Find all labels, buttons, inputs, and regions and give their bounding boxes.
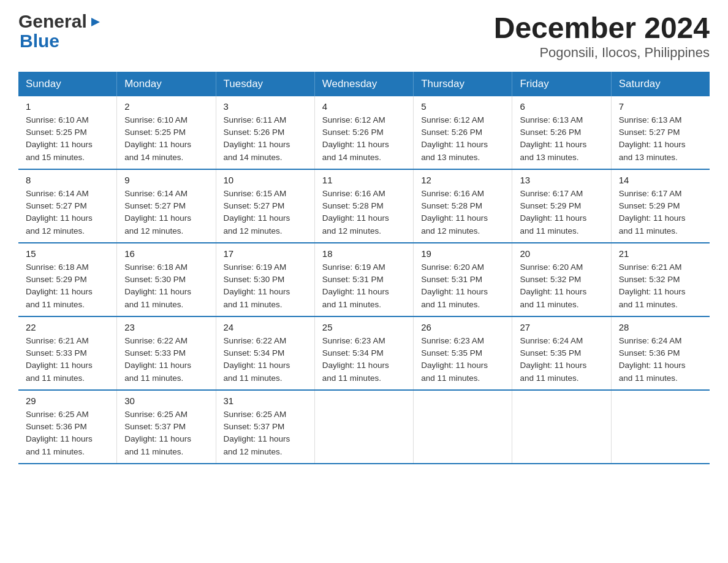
day-number: 20	[520, 248, 603, 259]
day-cell-12: 12Sunrise: 6:16 AMSunset: 5:28 PMDayligh…	[414, 169, 512, 243]
day-number: 6	[520, 101, 603, 112]
day-number: 15	[26, 248, 109, 259]
calendar-subtitle: Pogonsili, Ilocos, Philippines	[494, 45, 710, 61]
empty-cell	[611, 390, 710, 464]
day-cell-18: 18Sunrise: 6:19 AMSunset: 5:31 PMDayligh…	[314, 243, 413, 316]
day-cell-3: 3Sunrise: 6:11 AMSunset: 5:26 PMDaylight…	[216, 96, 314, 169]
day-cell-6: 6Sunrise: 6:13 AMSunset: 5:26 PMDaylight…	[512, 96, 611, 169]
day-cell-25: 25Sunrise: 6:23 AMSunset: 5:34 PMDayligh…	[314, 316, 413, 390]
day-info: Sunrise: 6:13 AMSunset: 5:27 PMDaylight:…	[619, 114, 702, 164]
day-header-wednesday: Wednesday	[314, 72, 413, 96]
day-cell-15: 15Sunrise: 6:18 AMSunset: 5:29 PMDayligh…	[18, 243, 117, 316]
day-number: 27	[520, 322, 603, 332]
day-info: Sunrise: 6:22 AMSunset: 5:34 PMDaylight:…	[224, 335, 307, 385]
day-number: 13	[520, 175, 603, 185]
day-cell-19: 19Sunrise: 6:20 AMSunset: 5:31 PMDayligh…	[414, 243, 512, 316]
day-number: 9	[124, 175, 208, 185]
day-header-tuesday: Tuesday	[216, 72, 314, 96]
day-info: Sunrise: 6:20 AMSunset: 5:32 PMDaylight:…	[520, 261, 603, 311]
page-header: General Blue December 2024 Pogonsili, Il…	[18, 12, 710, 61]
day-number: 21	[619, 248, 702, 259]
day-cell-8: 8Sunrise: 6:14 AMSunset: 5:27 PMDaylight…	[18, 169, 117, 243]
day-number: 19	[421, 248, 504, 259]
day-number: 25	[322, 322, 406, 332]
day-info: Sunrise: 6:19 AMSunset: 5:31 PMDaylight:…	[322, 261, 406, 311]
day-info: Sunrise: 6:22 AMSunset: 5:33 PMDaylight:…	[124, 335, 208, 385]
day-number: 24	[224, 322, 307, 332]
day-header-friday: Friday	[512, 72, 611, 96]
day-number: 3	[224, 101, 307, 112]
calendar-title: December 2024	[494, 12, 710, 45]
day-cell-7: 7Sunrise: 6:13 AMSunset: 5:27 PMDaylight…	[611, 96, 710, 169]
calendar-header-row: SundayMondayTuesdayWednesdayThursdayFrid…	[18, 72, 710, 96]
svg-marker-0	[91, 18, 100, 26]
day-cell-11: 11Sunrise: 6:16 AMSunset: 5:28 PMDayligh…	[314, 169, 413, 243]
empty-cell	[512, 390, 611, 464]
day-info: Sunrise: 6:13 AMSunset: 5:26 PMDaylight:…	[520, 114, 603, 164]
day-cell-26: 26Sunrise: 6:23 AMSunset: 5:35 PMDayligh…	[414, 316, 512, 390]
week-row-5: 29Sunrise: 6:25 AMSunset: 5:36 PMDayligh…	[18, 390, 710, 464]
day-cell-23: 23Sunrise: 6:22 AMSunset: 5:33 PMDayligh…	[117, 316, 216, 390]
day-cell-4: 4Sunrise: 6:12 AMSunset: 5:26 PMDaylight…	[314, 96, 413, 169]
day-info: Sunrise: 6:11 AMSunset: 5:26 PMDaylight:…	[224, 114, 307, 164]
day-header-thursday: Thursday	[414, 72, 512, 96]
day-info: Sunrise: 6:21 AMSunset: 5:33 PMDaylight:…	[26, 335, 109, 385]
day-number: 10	[224, 175, 307, 185]
day-number: 1	[26, 101, 109, 112]
day-cell-21: 21Sunrise: 6:21 AMSunset: 5:32 PMDayligh…	[611, 243, 710, 316]
week-row-3: 15Sunrise: 6:18 AMSunset: 5:29 PMDayligh…	[18, 243, 710, 316]
day-header-monday: Monday	[117, 72, 216, 96]
day-number: 17	[224, 248, 307, 259]
day-info: Sunrise: 6:23 AMSunset: 5:35 PMDaylight:…	[421, 335, 504, 385]
day-info: Sunrise: 6:25 AMSunset: 5:37 PMDaylight:…	[224, 408, 307, 458]
day-number: 16	[124, 248, 208, 259]
day-cell-14: 14Sunrise: 6:17 AMSunset: 5:29 PMDayligh…	[611, 169, 710, 243]
day-info: Sunrise: 6:18 AMSunset: 5:30 PMDaylight:…	[124, 261, 208, 311]
day-cell-27: 27Sunrise: 6:24 AMSunset: 5:35 PMDayligh…	[512, 316, 611, 390]
day-cell-2: 2Sunrise: 6:10 AMSunset: 5:25 PMDaylight…	[117, 96, 216, 169]
day-number: 29	[26, 396, 109, 406]
day-info: Sunrise: 6:10 AMSunset: 5:25 PMDaylight:…	[124, 114, 208, 164]
day-cell-10: 10Sunrise: 6:15 AMSunset: 5:27 PMDayligh…	[216, 169, 314, 243]
day-info: Sunrise: 6:10 AMSunset: 5:25 PMDaylight:…	[26, 114, 109, 164]
day-number: 12	[421, 175, 504, 185]
day-number: 5	[421, 101, 504, 112]
day-info: Sunrise: 6:20 AMSunset: 5:31 PMDaylight:…	[421, 261, 504, 311]
day-info: Sunrise: 6:24 AMSunset: 5:35 PMDaylight:…	[520, 335, 603, 385]
day-number: 7	[619, 101, 702, 112]
empty-cell	[314, 390, 413, 464]
day-number: 26	[421, 322, 504, 332]
day-cell-16: 16Sunrise: 6:18 AMSunset: 5:30 PMDayligh…	[117, 243, 216, 316]
empty-cell	[414, 390, 512, 464]
day-cell-5: 5Sunrise: 6:12 AMSunset: 5:26 PMDaylight…	[414, 96, 512, 169]
day-info: Sunrise: 6:17 AMSunset: 5:29 PMDaylight:…	[619, 188, 702, 237]
day-number: 8	[26, 175, 109, 185]
title-area: December 2024 Pogonsili, Ilocos, Philipp…	[494, 12, 710, 61]
day-info: Sunrise: 6:15 AMSunset: 5:27 PMDaylight:…	[224, 188, 307, 237]
day-number: 18	[322, 248, 406, 259]
day-number: 2	[124, 101, 208, 112]
day-cell-29: 29Sunrise: 6:25 AMSunset: 5:36 PMDayligh…	[18, 390, 117, 464]
day-info: Sunrise: 6:19 AMSunset: 5:30 PMDaylight:…	[224, 261, 307, 311]
day-number: 28	[619, 322, 702, 332]
day-info: Sunrise: 6:18 AMSunset: 5:29 PMDaylight:…	[26, 261, 109, 311]
day-number: 30	[124, 396, 208, 406]
logo: General Blue	[18, 12, 102, 52]
day-cell-31: 31Sunrise: 6:25 AMSunset: 5:37 PMDayligh…	[216, 390, 314, 464]
calendar-table: SundayMondayTuesdayWednesdayThursdayFrid…	[18, 72, 710, 464]
day-cell-1: 1Sunrise: 6:10 AMSunset: 5:25 PMDaylight…	[18, 96, 117, 169]
day-number: 11	[322, 175, 406, 185]
day-cell-28: 28Sunrise: 6:24 AMSunset: 5:36 PMDayligh…	[611, 316, 710, 390]
day-cell-20: 20Sunrise: 6:20 AMSunset: 5:32 PMDayligh…	[512, 243, 611, 316]
day-info: Sunrise: 6:14 AMSunset: 5:27 PMDaylight:…	[26, 188, 109, 237]
day-cell-30: 30Sunrise: 6:25 AMSunset: 5:37 PMDayligh…	[117, 390, 216, 464]
day-number: 22	[26, 322, 109, 332]
day-cell-17: 17Sunrise: 6:19 AMSunset: 5:30 PMDayligh…	[216, 243, 314, 316]
day-number: 31	[224, 396, 307, 406]
day-info: Sunrise: 6:25 AMSunset: 5:37 PMDaylight:…	[124, 408, 208, 458]
logo-arrow-icon	[89, 15, 102, 29]
day-number: 14	[619, 175, 702, 185]
day-info: Sunrise: 6:24 AMSunset: 5:36 PMDaylight:…	[619, 335, 702, 385]
day-info: Sunrise: 6:12 AMSunset: 5:26 PMDaylight:…	[322, 114, 406, 164]
day-info: Sunrise: 6:25 AMSunset: 5:36 PMDaylight:…	[26, 408, 109, 458]
